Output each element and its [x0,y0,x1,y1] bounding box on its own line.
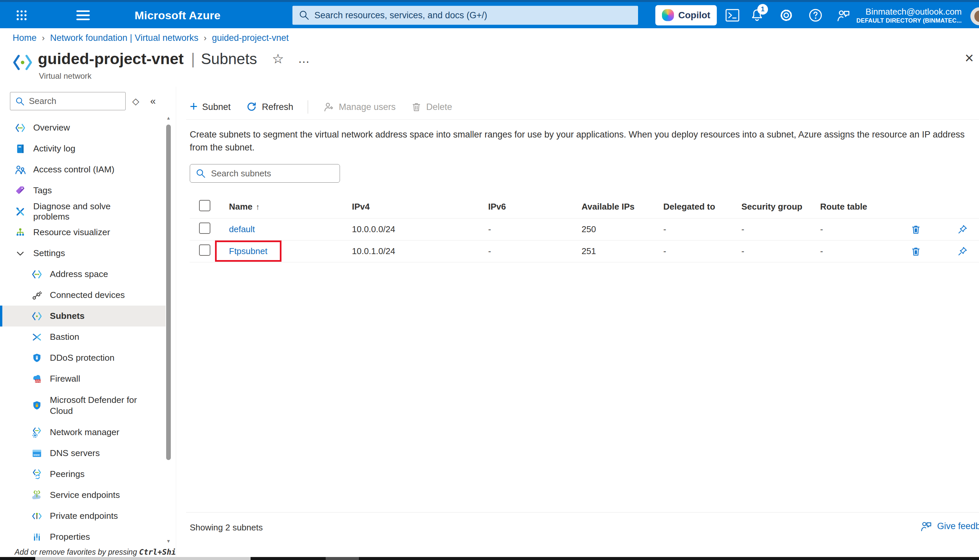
sidebar-item-properties[interactable]: Properties [0,527,165,547]
subnet-search-input[interactable] [211,168,324,179]
delete-trash-icon [411,102,422,112]
column-header-delegated-to[interactable]: Delegated to [654,202,732,212]
sidebar-item-address-space[interactable]: Address space [0,264,165,285]
collapse-sidebar-icon[interactable]: « [150,95,156,107]
favorite-star-icon[interactable]: ☆ [272,51,284,67]
cell-ipv6: - [479,224,572,235]
cloud-shell-icon[interactable] [723,6,742,25]
column-header-ipv4[interactable]: IPv4 [342,202,479,212]
sidebar-item-dns-servers[interactable]: www DNS servers [0,443,165,464]
topbar: Microsoft Azure Copilot 1 [0,0,979,28]
row-pin-icon[interactable] [949,224,979,235]
column-header-available-ips[interactable]: Available IPs [572,202,654,212]
settings-gear-icon[interactable] [777,6,795,25]
scroll-down-icon[interactable]: ▼ [166,538,171,544]
sidebar-item-network-manager[interactable]: Network manager [0,422,165,443]
firewall-icon [30,373,43,385]
horizontal-scrollbar[interactable] [0,557,979,560]
sidebar-item-private-endpoints[interactable]: Private endpoints [0,505,165,527]
scroll-up-icon[interactable]: ▲ [166,115,171,120]
subnet-link-ftpsubnet[interactable]: Ftpsubnet [229,246,267,256]
give-feedback-link[interactable]: Give feedback [920,520,979,532]
more-options-icon[interactable]: … [298,52,311,66]
brand-title[interactable]: Microsoft Azure [135,8,221,22]
column-header-route-table[interactable]: Route table [811,202,902,212]
command-bar: + Subnet Refresh Manage users [190,97,979,117]
sidebar: ◇ « Overview Activity log Access control… [0,87,176,557]
feedback-icon[interactable] [834,6,853,25]
access-control-icon [14,164,27,176]
sidebar-group-settings[interactable]: Settings [0,243,165,264]
content: ◇ « Overview Activity log Access control… [0,87,979,557]
favorites-hint: Add or remove favorites by pressing Ctrl… [15,548,176,557]
resource-visualizer-icon [14,227,27,238]
sidebar-search-input[interactable] [29,96,112,106]
column-header-ipv6[interactable]: IPv6 [479,202,572,212]
refresh-button[interactable]: Refresh [246,101,294,113]
breadcrumb-home[interactable]: Home [13,33,37,43]
add-subnet-button[interactable]: + Subnet [190,101,231,113]
breadcrumb-vnet[interactable]: guided-project-vnet [212,33,289,43]
global-search[interactable] [292,6,638,25]
sidebar-nav: Overview Activity log Access control (IA… [0,117,165,547]
cell-available-ips: 250 [572,224,654,235]
sidebar-item-access-control[interactable]: Access control (IAM) [0,159,165,180]
waffle-menu-icon[interactable] [10,3,33,27]
column-header-name[interactable]: Name↑ [220,202,342,212]
main-panel: + Subnet Refresh Manage users [176,87,979,557]
help-icon[interactable] [806,6,825,25]
sidebar-item-tags[interactable]: Tags [0,180,165,201]
sidebar-item-ddos-protection[interactable]: DDoS protection [0,347,165,368]
sidebar-item-activity-log[interactable]: Activity log [0,138,165,159]
copilot-button[interactable]: Copilot [655,5,717,25]
notifications-icon[interactable]: 1 [748,6,766,25]
cell-security-group: - [732,224,811,235]
toolbar-divider [308,100,308,113]
hamburger-menu-icon[interactable] [70,3,96,27]
breadcrumb-virtual-networks[interactable]: Network foundation | Virtual networks [50,33,199,43]
service-endpoints-icon [30,489,43,501]
search-icon [298,10,310,21]
subnet-link-default[interactable]: default [229,224,255,234]
sidebar-item-service-endpoints[interactable]: Service endpoints [0,485,165,505]
sidebar-item-bastion[interactable]: Bastion [0,327,165,347]
manage-users-button[interactable]: Manage users [323,102,396,112]
row-checkbox[interactable] [199,223,211,234]
sidebar-scrollbar[interactable]: ▲ ▼ [166,115,171,544]
connected-devices-icon [30,289,43,301]
select-all-checkbox[interactable] [199,200,211,211]
row-delete-icon[interactable] [902,246,949,257]
tags-icon [14,185,27,197]
close-icon[interactable]: × [965,50,974,65]
sidebar-item-subnets[interactable]: Subnets [0,305,165,327]
search-icon [195,168,206,179]
row-pin-icon[interactable] [949,246,979,257]
activity-log-icon [14,143,27,155]
sidebar-item-connected-devices[interactable]: Connected devices [0,285,165,305]
scrollbar-thumb[interactable] [166,125,171,460]
peerings-icon [30,468,43,480]
row-delete-icon[interactable] [902,224,949,235]
cell-ipv6: - [479,246,572,257]
sidebar-item-defender[interactable]: Microsoft Defender for Cloud [0,389,165,422]
account-menu[interactable]: Binmatech@outlook.com DEFAULT DIRECTORY … [856,6,962,24]
page-title-section: Subnets [201,50,257,68]
row-checkbox[interactable] [199,245,211,256]
column-header-security-group[interactable]: Security group [732,202,811,212]
delete-button[interactable]: Delete [411,102,452,112]
avatar[interactable] [971,7,979,25]
sidebar-item-diagnose[interactable]: Diagnose and solve problems [0,201,165,222]
hscrollbar-thumb[interactable] [35,557,251,560]
pin-layout-icon[interactable]: ◇ [132,96,139,107]
sidebar-item-firewall[interactable]: Firewall [0,368,165,389]
sidebar-item-resource-visualizer[interactable]: Resource visualizer [0,222,165,243]
refresh-icon [246,101,257,113]
subnet-count: Showing 2 subnets [190,522,263,533]
bastion-icon [30,331,43,343]
sidebar-item-peerings[interactable]: Peerings [0,464,165,485]
global-search-input[interactable] [314,10,613,20]
sidebar-item-overview[interactable]: Overview [0,117,165,138]
subnet-search[interactable] [190,164,340,183]
sidebar-search[interactable] [10,92,125,110]
cell-ipv4: 10.0.0.0/24 [342,224,479,235]
